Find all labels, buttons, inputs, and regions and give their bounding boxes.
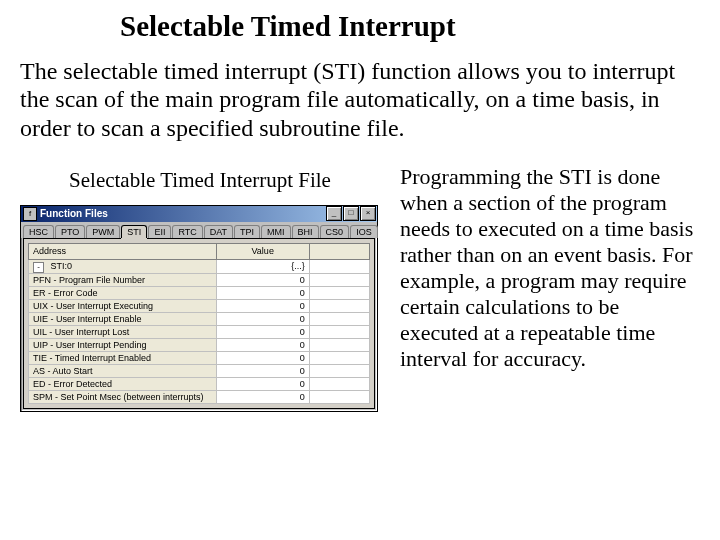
right-paragraph: Programming the STI is done when a secti… — [400, 164, 700, 412]
maximize-button[interactable]: □ — [343, 206, 359, 221]
window-titlebar: f Function Files _ □ × — [21, 206, 377, 222]
tab-rtc[interactable]: RTC — [172, 225, 202, 238]
function-files-window: f Function Files _ □ × HSC PTO PWM STI E… — [20, 205, 378, 412]
grid-header-row: Address Value — [29, 243, 370, 259]
group-value: {...} — [216, 259, 309, 273]
intro-paragraph: The selectable timed interrupt (STI) fun… — [20, 57, 700, 142]
group-row[interactable]: - STI:0 {...} — [29, 259, 370, 273]
tab-bhi[interactable]: BHI — [292, 225, 319, 238]
tab-strip: HSC PTO PWM STI EII RTC DAT TPI MMI BHI … — [21, 222, 377, 238]
tab-cs0[interactable]: CS0 — [320, 225, 350, 238]
page-title: Selectable Timed Interrupt — [20, 10, 700, 43]
col-address: Address — [29, 243, 217, 259]
tab-hsc[interactable]: HSC — [23, 225, 54, 238]
table-row[interactable]: AS - Auto Start0 — [29, 364, 370, 377]
tab-ios[interactable]: IOS — [350, 225, 378, 238]
group-label: STI:0 — [51, 261, 73, 271]
tab-mmi[interactable]: MMI — [261, 225, 291, 238]
close-button[interactable]: × — [360, 206, 376, 221]
col-value: Value — [216, 243, 309, 259]
table-row[interactable]: PFN - Program File Number0 — [29, 273, 370, 286]
minimize-button[interactable]: _ — [326, 206, 342, 221]
sti-grid: Address Value - STI:0 {...} P — [28, 243, 370, 404]
window-icon: f — [23, 207, 37, 221]
tab-pwm[interactable]: PWM — [86, 225, 120, 238]
table-row[interactable]: UIE - User Interrupt Enable0 — [29, 312, 370, 325]
tab-tpi[interactable]: TPI — [234, 225, 260, 238]
figure-caption: Selectable Timed Interrupt File — [20, 168, 380, 193]
col-blank — [309, 243, 369, 259]
group-blank — [309, 259, 369, 273]
window-title-text: Function Files — [40, 208, 325, 219]
table-row[interactable]: SPM - Set Point Msec (between interrupts… — [29, 390, 370, 403]
tab-eii[interactable]: EII — [148, 225, 171, 238]
table-row[interactable]: UIL - User Interrupt Lost0 — [29, 325, 370, 338]
collapse-icon[interactable]: - — [33, 262, 44, 273]
table-row[interactable]: UIP - User Interrupt Pending0 — [29, 338, 370, 351]
table-row[interactable]: TIE - Timed Interrupt Enabled0 — [29, 351, 370, 364]
tab-pto[interactable]: PTO — [55, 225, 85, 238]
tab-pane: Address Value - STI:0 {...} P — [23, 238, 375, 409]
tab-sti[interactable]: STI — [121, 225, 147, 238]
tab-dat[interactable]: DAT — [204, 225, 233, 238]
table-row[interactable]: UIX - User Interrupt Executing0 — [29, 299, 370, 312]
table-row[interactable]: ED - Error Detected0 — [29, 377, 370, 390]
table-row[interactable]: ER - Error Code0 — [29, 286, 370, 299]
